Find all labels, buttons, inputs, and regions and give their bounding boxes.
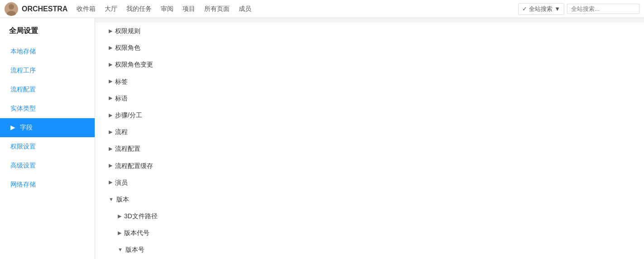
nav-hall[interactable]: 大厅 [105,5,117,13]
app-name: ORCHESTRA [22,5,67,13]
sidebar-item-label: 流程工序 [10,67,36,74]
tree-list: ▶ 权限规则 ▶ 权限角色 ▶ 权限角色变更 ▶ 标签 ▶ 标语 ▶ 步骤/分工 [95,23,644,259]
tree-item-label: 版本代号 [124,227,149,239]
main-layout: 全局设置 本地存储 流程工序 流程配置 实体类型 ▶ 字段 权限设置 高级设置 … [0,18,644,259]
nav-my-tasks[interactable]: 我的任务 [126,5,152,13]
nav-review[interactable]: 审阅 [161,5,173,13]
chevron-right-icon: ▶ [109,161,112,170]
tree-item-label: 权限规则 [115,25,140,37]
svg-point-0 [9,4,14,10]
tree-item-label: 版本号 [125,244,144,255]
svg-point-1 [7,11,16,16]
nav-items: 收件箱 大厅 我的任务 审阅 项目 所有页面 成员 [77,5,518,13]
chevron-down-icon: ▼ [118,245,123,254]
sidebar-item-flow-config[interactable]: 流程配置 [0,80,95,99]
chevron-right-icon: ▶ [118,212,121,221]
tree-item-label: 演员 [115,177,128,188]
sidebar-item-local-storage[interactable]: 本地存储 [0,42,95,61]
tree-item-flow[interactable]: ▶ 流程 [95,124,644,140]
search-input[interactable] [567,4,639,14]
tree-item-3d-path[interactable]: ▶ 3D文件路径 [95,208,644,225]
search-area: ✓ 全站搜索 ▼ [518,3,639,15]
sidebar-item-advanced[interactable]: 高级设置 [0,156,95,175]
chevron-right-icon: ▶ [118,229,121,238]
sidebar-item-label: 流程配置 [10,86,36,93]
sidebar-title: 全局设置 [0,18,95,42]
tree-item-label: 标语 [115,93,128,104]
chevron-right-icon: ▶ [109,111,112,120]
tree-item-slogan[interactable]: ▶ 标语 [95,90,644,107]
nav-project[interactable]: 项目 [183,5,195,13]
search-dropdown-label: ✓ [522,5,527,12]
chevron-right-icon: ▶ [109,27,112,36]
chevron-right-icon: ▶ [109,77,112,86]
tree-item-label: 流程 [115,126,128,138]
tree-item-tag[interactable]: ▶ 标签 [95,73,644,90]
logo-avatar [5,2,18,16]
chevron-right-icon: ▶ [109,144,112,153]
content-area: ▶ 权限规则 ▶ 权限角色 ▶ 权限角色变更 ▶ 标签 ▶ 标语 ▶ 步骤/分工 [95,18,644,259]
tree-item-flow-config[interactable]: ▶ 流程配置 [95,140,644,157]
chevron-right-icon: ▶ [109,178,112,187]
nav-inbox[interactable]: 收件箱 [77,5,96,13]
chevron-down-icon: ▼ [109,195,114,204]
sidebar-item-label: 字段 [20,124,33,131]
logo-area: ORCHESTRA [5,2,67,16]
chevron-right-icon: ▶ [109,43,112,53]
sidebar-item-entity-type[interactable]: 实体类型 [0,99,95,118]
tree-item-label: 权限角色 [115,42,140,53]
sidebar-item-label: 高级设置 [10,162,36,169]
tree-item-label: 流程配置 [115,143,140,154]
chevron-right-icon: ▶ [109,128,112,137]
search-dropdown[interactable]: ✓ 全站搜索 ▼ [518,3,564,15]
tree-item-version[interactable]: ▼ 版本 [95,191,644,208]
sidebar-item-label: 网络存储 [10,181,36,188]
sidebar: 全局设置 本地存储 流程工序 流程配置 实体类型 ▶ 字段 权限设置 高级设置 … [0,18,95,259]
tree-item-version-code[interactable]: ▶ 版本代号 [95,225,644,241]
chevron-right-icon: ▶ [109,94,112,103]
tree-item-version-number[interactable]: ▼ 版本号 [95,241,644,258]
sidebar-item-fields[interactable]: ▶ 字段 [0,118,95,137]
chevron-right-icon: ▶ [109,60,112,69]
tree-item-label: 标签 [115,76,128,87]
sidebar-item-label: 本地存储 [10,48,36,55]
tree-item-actor[interactable]: ▶ 演员 [95,174,644,191]
nav-all-pages[interactable]: 所有页面 [204,5,230,13]
tree-item-permission-role-change[interactable]: ▶ 权限角色变更 [95,56,644,73]
tree-item-label: 权限角色变更 [115,59,153,70]
tree-item-label: 3D文件路径 [124,211,158,222]
sidebar-item-label: 实体类型 [10,105,36,112]
sidebar-item-permissions[interactable]: 权限设置 [0,137,95,156]
tree-item-flow-config-cache[interactable]: ▶ 流程配置缓存 [95,158,644,174]
tree-item-label: 步骤/分工 [115,110,142,121]
search-dropdown-text: 全站搜索 [529,5,553,13]
tree-item-label: 版本 [116,194,129,205]
top-nav: ORCHESTRA 收件箱 大厅 我的任务 审阅 项目 所有页面 成员 ✓ 全站… [0,0,644,18]
active-chevron-icon: ▶ [10,124,15,131]
tree-item-steps[interactable]: ▶ 步骤/分工 [95,107,644,124]
nav-members[interactable]: 成员 [239,5,251,13]
tree-item-permission-role[interactable]: ▶ 权限角色 [95,39,644,56]
chevron-down-icon: ▼ [554,5,560,12]
sidebar-item-network-storage[interactable]: 网络存储 [0,175,95,194]
tree-item-label: 流程配置缓存 [115,160,153,172]
tree-item-permission-rule[interactable]: ▶ 权限规则 [95,23,644,39]
sidebar-item-label: 权限设置 [10,143,36,150]
sidebar-item-workflow[interactable]: 流程工序 [0,61,95,80]
